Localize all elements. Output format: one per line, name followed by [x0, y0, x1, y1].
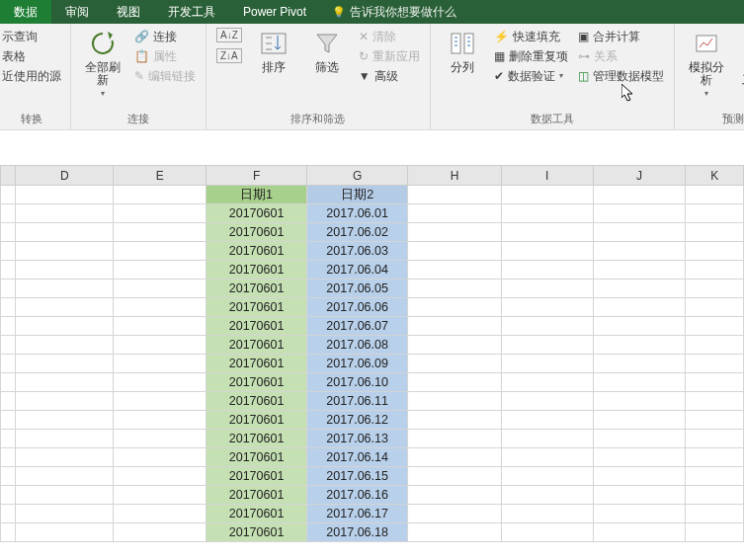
header-f[interactable]: 日期1 [207, 186, 307, 204]
cell-g[interactable]: 2017.06.11 [306, 392, 408, 411]
cell-f[interactable]: 20170601 [207, 448, 307, 467]
table-row[interactable]: 201706012017.06.04 [1, 261, 744, 280]
table-row[interactable]: 201706012017.06.07 [1, 317, 744, 336]
tell-me-label: 告诉我你想要做什么 [350, 4, 456, 21]
tab-review[interactable]: 审阅 [51, 0, 103, 24]
tab-dev[interactable]: 开发工具 [154, 0, 229, 24]
table-row[interactable]: 201706012017.06.03 [1, 242, 744, 261]
cell-g[interactable]: 2017.06.07 [306, 317, 408, 336]
connections[interactable]: 🔗连接 [134, 28, 196, 45]
cell-f[interactable]: 20170601 [207, 523, 307, 542]
cell-g[interactable]: 2017.06.06 [306, 298, 408, 317]
col-I[interactable]: I [501, 166, 593, 186]
spreadsheet-grid[interactable]: D E F G H I J K 日期1日期2201706012017.06.01… [0, 165, 744, 542]
text-to-columns-button[interactable]: 分列 [441, 28, 484, 74]
cell-g[interactable]: 2017.06.17 [306, 505, 408, 523]
cell-f[interactable]: 20170601 [207, 223, 307, 242]
cell-g[interactable]: 2017.06.12 [306, 411, 408, 430]
cell-f[interactable]: 20170601 [207, 467, 307, 486]
col-K[interactable]: K [686, 166, 744, 186]
cell-f[interactable]: 20170601 [207, 505, 307, 523]
sort-button[interactable]: 排序 [252, 28, 295, 74]
recent-sources[interactable]: 近使用的源 [2, 67, 61, 85]
chevron-down-icon: ▾ [101, 89, 105, 98]
col-E[interactable]: E [114, 166, 207, 186]
ribbon: 示查询 表格 近使用的源 转换 全部刷新 ▾ 🔗连接 📋属性 [0, 24, 744, 130]
cell-g[interactable]: 2017.06.13 [306, 430, 408, 448]
filter-button[interactable]: 筛选 [305, 28, 349, 74]
tab-data[interactable]: 数据 [0, 0, 51, 24]
data-validation[interactable]: ✔数据验证 ▾ [494, 67, 568, 85]
refresh-all-button[interactable]: 全部刷新 ▾ [81, 28, 124, 98]
table-row[interactable]: 201706012017.06.12 [1, 411, 744, 430]
cell-f[interactable]: 20170601 [207, 392, 307, 411]
col-J[interactable]: J [593, 166, 686, 186]
edit-links: ✎编辑链接 [134, 67, 196, 85]
table-row[interactable]: 201706012017.06.17 [1, 505, 744, 523]
whatif-button[interactable]: 模拟分析 ▾ [685, 28, 728, 98]
cell-g[interactable]: 2017.06.09 [306, 355, 408, 373]
cell-f[interactable]: 20170601 [207, 242, 307, 261]
column-headers[interactable]: D E F G H I J K [1, 166, 744, 186]
cell-f[interactable]: 20170601 [207, 486, 307, 505]
col-H[interactable]: H [408, 166, 501, 186]
cell-f[interactable]: 20170601 [207, 204, 307, 223]
cell-g[interactable]: 2017.06.08 [306, 336, 408, 355]
table-row[interactable]: 201706012017.06.15 [1, 467, 744, 486]
table-row[interactable]: 201706012017.06.18 [1, 523, 744, 542]
header-g[interactable]: 日期2 [306, 186, 408, 204]
manage-data-model[interactable]: ◫管理数据模型 [578, 67, 664, 85]
cell-g[interactable]: 2017.06.01 [306, 204, 408, 223]
cell-g[interactable]: 2017.06.04 [306, 261, 408, 280]
table-row[interactable]: 201706012017.06.01 [1, 204, 744, 223]
cell-g[interactable]: 2017.06.03 [306, 242, 408, 261]
cell-f[interactable]: 20170601 [207, 280, 307, 298]
clear-icon: ✕ [359, 28, 369, 45]
cell-f[interactable]: 20170601 [207, 411, 307, 430]
bulb-icon: 💡 [332, 6, 346, 19]
cell-f[interactable]: 20170601 [207, 430, 307, 448]
cell-f[interactable]: 20170601 [207, 298, 307, 317]
sort-asc-icon[interactable]: A↓Z [216, 28, 242, 42]
col-G[interactable]: G [306, 166, 408, 186]
cell-g[interactable]: 2017.06.02 [306, 223, 408, 242]
cell-g[interactable]: 2017.06.16 [306, 486, 408, 505]
table-row[interactable]: 201706012017.06.09 [1, 355, 744, 373]
funnel-icon [311, 28, 343, 59]
col-F[interactable]: F [207, 166, 307, 186]
from-table[interactable]: 表格 [2, 47, 61, 65]
table-row[interactable]: 201706012017.06.02 [1, 223, 744, 242]
consolidate[interactable]: ▣合并计算 [578, 28, 664, 45]
table-row[interactable]: 201706012017.06.06 [1, 298, 744, 317]
tell-me[interactable]: 💡 告诉我你想要做什么 [332, 4, 456, 21]
tab-powerpivot[interactable]: Power Pivot [229, 0, 320, 24]
table-row[interactable]: 201706012017.06.14 [1, 448, 744, 467]
advanced-filter[interactable]: ▼高级 [359, 67, 420, 85]
cell-f[interactable]: 20170601 [207, 317, 307, 336]
forecast-sheet-button[interactable]: 预测 工作表 [738, 28, 744, 87]
sort-desc-icon[interactable]: Z↓A [216, 48, 242, 63]
cell-g[interactable]: 2017.06.05 [306, 280, 408, 298]
properties: 📋属性 [134, 47, 196, 65]
cell-f[interactable]: 20170601 [207, 261, 307, 280]
svg-rect-2 [464, 34, 473, 53]
table-row[interactable]: 201706012017.06.05 [1, 280, 744, 298]
flash-fill[interactable]: ⚡快速填充 [494, 28, 568, 45]
remove-duplicates[interactable]: ▦删除重复项 [494, 47, 568, 65]
cell-g[interactable]: 2017.06.15 [306, 467, 408, 486]
cell-f[interactable]: 20170601 [207, 336, 307, 355]
cell-g[interactable]: 2017.06.14 [306, 448, 408, 467]
cell-f[interactable]: 20170601 [207, 373, 307, 392]
table-row[interactable]: 201706012017.06.13 [1, 430, 744, 448]
tab-view[interactable]: 视图 [103, 0, 154, 24]
table-row[interactable]: 201706012017.06.10 [1, 373, 744, 392]
table-row[interactable]: 201706012017.06.11 [1, 392, 744, 411]
cell-g[interactable]: 2017.06.18 [306, 523, 408, 542]
table-row[interactable]: 201706012017.06.16 [1, 486, 744, 505]
chain-icon: 🔗 [134, 28, 149, 45]
col-D[interactable]: D [16, 166, 114, 186]
table-row[interactable]: 201706012017.06.08 [1, 336, 744, 355]
cell-f[interactable]: 20170601 [207, 355, 307, 373]
show-queries[interactable]: 示查询 [2, 28, 61, 45]
cell-g[interactable]: 2017.06.10 [306, 373, 408, 392]
